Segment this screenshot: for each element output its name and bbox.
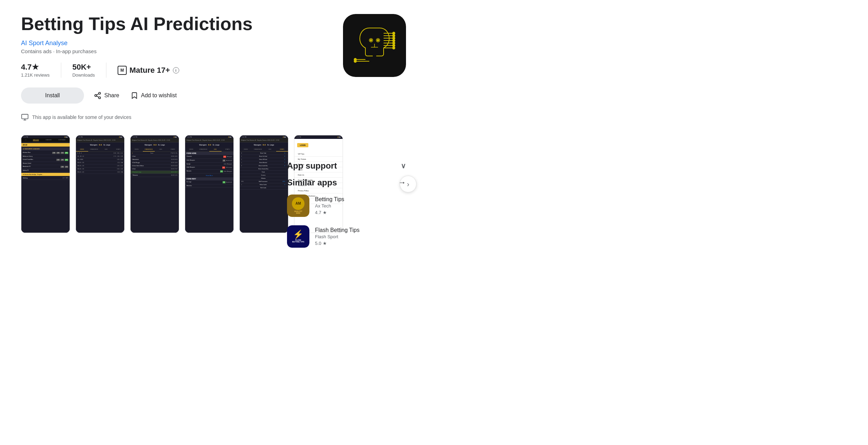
app-support-chevron: ∨ xyxy=(401,162,406,170)
similar-apps-heading[interactable]: Similar apps → xyxy=(287,178,406,188)
form-away-1: St. Liege 3:1 Anderlecht xyxy=(185,181,233,184)
app-icon xyxy=(343,14,406,77)
screenshot-3[interactable]: 5:11 PM⚡◼◼ Belgium First Division A · Re… xyxy=(130,135,179,233)
svg-point-7 xyxy=(393,32,395,34)
match-row-2: Melbourne Victory xyxy=(21,155,70,158)
rating-value: 4.7★ xyxy=(21,63,39,72)
similar-app-2-info: Flash Betting Tips Flash Sport 5.0 ★ xyxy=(315,227,406,246)
info-icon[interactable]: i xyxy=(173,67,179,73)
status-bar-5: 5:11 PM⚡◼◼ xyxy=(240,135,288,138)
svg-point-25 xyxy=(95,94,97,97)
reviews-label: 1.21K reviews xyxy=(21,72,50,78)
odds-row-7: OU-4.5 - 4.5 5.66 - N/A xyxy=(76,171,124,174)
install-button[interactable]: Install xyxy=(21,87,84,104)
form-row-3: Kortrijk Zulte Waregem xyxy=(185,163,233,166)
downloads-block: 50K+ Downloads xyxy=(72,63,106,78)
stat-row-2: 5 Shots On Goal 6 → xyxy=(240,155,288,158)
svg-line-27 xyxy=(97,96,99,98)
form-row-1: Oostende 2:1 Waregem xyxy=(185,155,233,159)
screenshot-4[interactable]: 5:11 PM⚡◼◼ Belgium First Division A · Re… xyxy=(185,135,234,233)
svg-line-28 xyxy=(97,94,99,95)
form-row-2: Zulte Waregem 2:2 Anderlecht xyxy=(185,159,233,163)
similar-app-1-dev: Ax Tech xyxy=(315,203,406,209)
similar-app-1[interactable]: AM ANALYSTMAN Betting Tips Ax Tech 4.7 ★ xyxy=(287,195,406,217)
svg-point-26 xyxy=(99,97,101,99)
status-bar-1: 5:11 PM⚡◼◼ xyxy=(21,135,70,138)
form-content: FORM HOME Oostende 2:1 Waregem Zulte War… xyxy=(185,152,233,233)
similar-app-2-dev: Flash Sport xyxy=(315,234,406,239)
app-support-heading[interactable]: App support ∨ xyxy=(287,161,406,171)
downloads-label: Downloads xyxy=(72,72,95,78)
stats-content: 8 Shots Total 9 → 5 Shots On Goal 6 → 2 … xyxy=(240,152,288,233)
actions-row: Install Share Add to wishlist xyxy=(21,87,406,104)
similar-app-1-name: Betting Tips xyxy=(315,196,406,203)
svg-point-17 xyxy=(354,60,356,62)
nav-customize: CUSTOMIZE xyxy=(58,139,66,141)
stand-row-2: 2 Anderlecht 18 29 38 33 xyxy=(131,158,179,161)
match-row: Brisbane Roar 3:00 2:66 3:04 28% xyxy=(21,151,70,155)
svg-point-24 xyxy=(99,92,101,94)
match-row-6: Sydney FC xyxy=(21,169,70,172)
odds-row-5: OU-2.5 - 2.5 1.63 - 2.12 xyxy=(76,164,124,168)
device-icon xyxy=(21,113,29,121)
similar-app-2[interactable]: ⚡ FLASHBETTING TIPS Flash Betting Tips F… xyxy=(287,225,406,248)
wishlist-button[interactable]: Add to wishlist xyxy=(129,88,178,103)
odds-content: 1 - X - 2 3.30 - 3.66 - 2.11 1X - X2 - 1… xyxy=(76,152,124,233)
stat-row-corners: Corners → xyxy=(240,174,288,177)
svg-point-9 xyxy=(393,37,395,39)
mature-icon: M xyxy=(118,66,127,75)
stat-row-1: 8 Shots Total 9 → xyxy=(240,152,288,155)
nav-matches-label: MATCHES xyxy=(33,139,39,141)
screenshot-5[interactable]: 5:11 PM⚡◼◼ Belgium First Division A · Re… xyxy=(239,135,288,233)
mature-value: M Mature 17+ i xyxy=(118,66,179,75)
stat-row-offsides: Offsides → xyxy=(240,177,288,180)
stat-row-5: 0 Shots Inside Box 4 → xyxy=(240,164,288,168)
stat-row-red: Red Cards → xyxy=(240,186,288,190)
similar-app-2-rating: 5.0 ★ xyxy=(315,241,406,246)
match-row-5: Macalester FC 1:68 3:16 xyxy=(21,165,70,169)
nav-leagues: LEAGUES xyxy=(46,139,52,141)
svg-point-21 xyxy=(377,40,379,41)
match-row-7: Salzburg 187 TIPS xyxy=(21,177,70,180)
odds-row-1: 1 - X - 2 3.30 - 3.66 - 2.11 xyxy=(76,152,124,155)
stand-header: # Team P W D L Pts xyxy=(131,152,179,155)
share-button[interactable]: Share xyxy=(92,88,121,103)
similar-app-1-info: Betting Tips Ax Tech 4.7 ★ xyxy=(315,196,406,215)
similar-app-1-rating: 4.7 ★ xyxy=(315,210,406,215)
svg-point-12 xyxy=(393,44,395,47)
stat-row-4: 1 Shots Blocked 1 → xyxy=(240,161,288,164)
form-row-5: Westerlo 2:0 Zulte Waregem xyxy=(185,170,233,174)
app-title: Betting Tips AI Predictions xyxy=(21,14,301,34)
stand-row-7: 7 Westerlo 18 20 21 25 xyxy=(131,174,179,177)
standings-content: # Team P W D L Pts 1 Gent 16 86 14 32 2 … xyxy=(131,152,179,233)
odds-row-2: 1X - X2 - 12 1.71 - 1.34 - 1.28 xyxy=(76,155,124,158)
status-bar-4: 5:11 PM⚡◼◼ xyxy=(185,135,233,138)
status-bar-2: 5:11 PM⚡◼◼ xyxy=(76,135,124,138)
rating-block-content: M Mature 17+ i xyxy=(118,66,190,75)
screenshot-1[interactable]: 5:11 PM⚡◼◼ ≡ MATCHES LEAGUES CUSTOMIZE 2… xyxy=(21,135,70,233)
wishlist-label: Add to wishlist xyxy=(141,92,177,99)
sidebar: App support ∨ Similar apps → AM ANALYSTM… xyxy=(287,161,406,256)
similar-app-1-icon: AM ANALYSTMAN xyxy=(287,195,309,217)
stand-row-6: 6 Standard Liège 18 21 18 27 xyxy=(131,171,179,174)
stat-row-yellow: 1 Yellow Cards 0 → xyxy=(240,183,288,186)
svg-point-8 xyxy=(393,35,395,37)
form-away-2: Mechelen xyxy=(185,184,233,188)
rating-block: 4.7★ 1.21K reviews xyxy=(21,63,61,78)
svg-point-20 xyxy=(370,40,372,41)
stand-row-1: 1 Gent 16 86 14 32 xyxy=(131,155,179,158)
match-row-4: Western United xyxy=(21,162,70,165)
match-row-3: Central Coast Man... 2:00 2:86 24% xyxy=(21,158,70,162)
similar-app-2-name: Flash Betting Tips xyxy=(315,227,406,233)
stand-row-3: 3 Club Brugge 18 26 14 29 xyxy=(131,161,179,164)
screenshot-2[interactable]: 5:11 PM⚡◼◼ Belgium First Division A · Re… xyxy=(76,135,125,233)
nav-matches: ≡ xyxy=(26,139,26,141)
stat-row-possession: 39% Ball Possession 61% → xyxy=(240,180,288,183)
svg-rect-29 xyxy=(22,114,28,119)
stand-row-4: 4 Union Saint-Gilloise 18 25 20 28 xyxy=(131,164,179,168)
downloads-value: 50K+ xyxy=(72,63,91,72)
odds-row-3: GG - NGG 1.58 - 2.24 xyxy=(76,158,124,161)
nav-bar-1: ≡ MATCHES LEAGUES CUSTOMIZE xyxy=(21,138,70,142)
share-label: Share xyxy=(104,92,119,99)
odds-row-4: OU-0.5 - 0.5 1.21 - N/A xyxy=(76,161,124,164)
